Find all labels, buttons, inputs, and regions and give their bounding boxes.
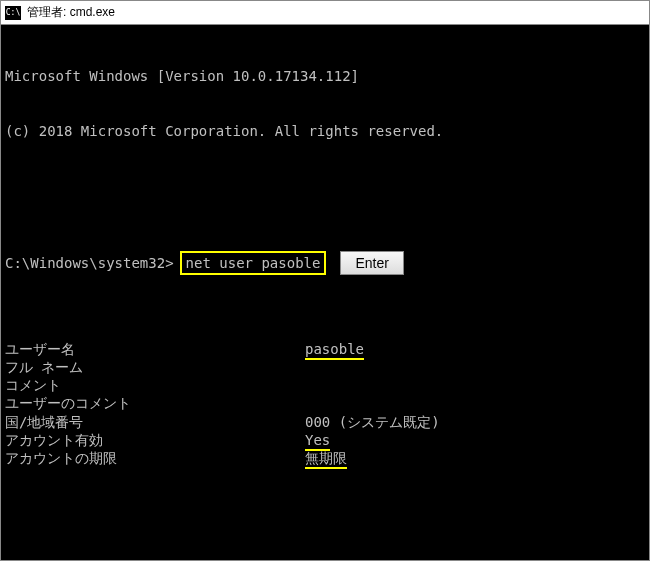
row-label: ユーザーのコメント xyxy=(5,394,305,412)
row-value xyxy=(305,394,645,412)
cmd-icon: C:\ xyxy=(5,6,21,20)
row-value: 000 (システム既定) xyxy=(305,413,645,431)
highlighted-value: pasoble xyxy=(305,341,364,360)
highlighted-value: Yes xyxy=(305,432,330,451)
output-row: アカウントの期限無期限 xyxy=(5,449,645,467)
output-row: アカウント有効Yes xyxy=(5,431,645,449)
row-value: pasoble xyxy=(305,340,645,358)
output-row: ユーザーのコメント xyxy=(5,394,645,412)
copyright-line: (c) 2018 Microsoft Corporation. All righ… xyxy=(5,122,645,140)
enter-button[interactable]: Enter xyxy=(340,251,403,275)
highlighted-value: 無期限 xyxy=(305,450,347,469)
window-titlebar: C:\ 管理者: cmd.exe xyxy=(1,1,649,25)
row-value xyxy=(305,376,645,394)
version-line: Microsoft Windows [Version 10.0.17134.11… xyxy=(5,67,645,85)
row-label: 国/地域番号 xyxy=(5,413,305,431)
row-label: コメント xyxy=(5,376,305,394)
output-row: コメント xyxy=(5,376,645,394)
row-value: 無期限 xyxy=(305,449,645,467)
row-value: Yes xyxy=(305,431,645,449)
window-title: 管理者: cmd.exe xyxy=(27,4,115,21)
row-label: アカウントの期限 xyxy=(5,449,305,467)
row-label: フル ネーム xyxy=(5,358,305,376)
prompt-line: C:\Windows\system32> net user pasoble En… xyxy=(5,251,645,275)
output-row: 国/地域番号000 (システム既定) xyxy=(5,413,645,431)
output-row: ユーザー名pasoble xyxy=(5,340,645,358)
row-value xyxy=(305,358,645,376)
terminal-body[interactable]: Microsoft Windows [Version 10.0.17134.11… xyxy=(1,25,649,561)
row-label: アカウント有効 xyxy=(5,431,305,449)
row-label: ユーザー名 xyxy=(5,340,305,358)
output-row: フル ネーム xyxy=(5,358,645,376)
command-highlight: net user pasoble xyxy=(180,251,327,275)
prompt-path: C:\Windows\system32> xyxy=(5,254,174,272)
